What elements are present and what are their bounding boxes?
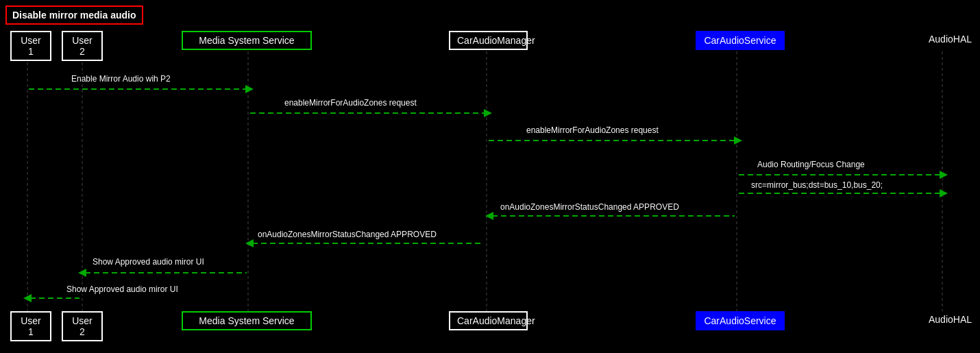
msg-label-1: Enable Mirror Audio wih P2: [71, 74, 171, 84]
msg-label-7: onAudioZonesMirrorStatusChanged APPROVED: [258, 230, 437, 239]
svg-marker-17: [485, 212, 493, 220]
msg-label-6: onAudioZonesMirrorStatusChanged APPROVED: [500, 202, 679, 212]
svg-marker-21: [78, 269, 86, 277]
svg-marker-11: [734, 136, 742, 145]
actor-hal-top: AudioHAL: [922, 31, 977, 47]
svg-marker-19: [245, 239, 254, 247]
msg-label-8: Show Approved audio miror UI: [93, 257, 204, 267]
actor-user1-top: User 1: [10, 31, 51, 61]
actor-cas-bottom: CarAudioService: [696, 311, 785, 330]
actor-user2-bottom: User 2: [62, 311, 103, 341]
svg-marker-9: [484, 109, 492, 117]
msg-label-2: enableMirrorForAudioZones request: [284, 98, 417, 108]
msg-label-5: src=mirror_bus;dst=bus_10,bus_20;: [751, 180, 883, 190]
actor-user1-bottom: User 1: [10, 311, 51, 341]
diagram-title: Disable mirror media audio: [5, 5, 143, 25]
actor-mss-bottom: Media System Service: [182, 311, 312, 330]
svg-marker-23: [23, 294, 32, 302]
svg-marker-15: [940, 189, 948, 197]
msg-label-4: Audio Routing/Focus Change: [757, 160, 865, 169]
svg-marker-13: [940, 171, 948, 179]
svg-marker-7: [245, 85, 254, 93]
actor-hal-bottom: AudioHAL: [922, 311, 977, 328]
actor-user2-top: User 2: [62, 31, 103, 61]
actor-cam-bottom: CarAudioManager: [449, 311, 528, 330]
actor-cam-top: CarAudioManager: [449, 31, 528, 50]
msg-label-9: Show Approved audio miror UI: [66, 284, 178, 294]
msg-label-3: enableMirrorForAudioZones request: [526, 125, 659, 135]
actor-cas-top: CarAudioService: [696, 31, 785, 50]
actor-mss-top: Media System Service: [182, 31, 312, 50]
